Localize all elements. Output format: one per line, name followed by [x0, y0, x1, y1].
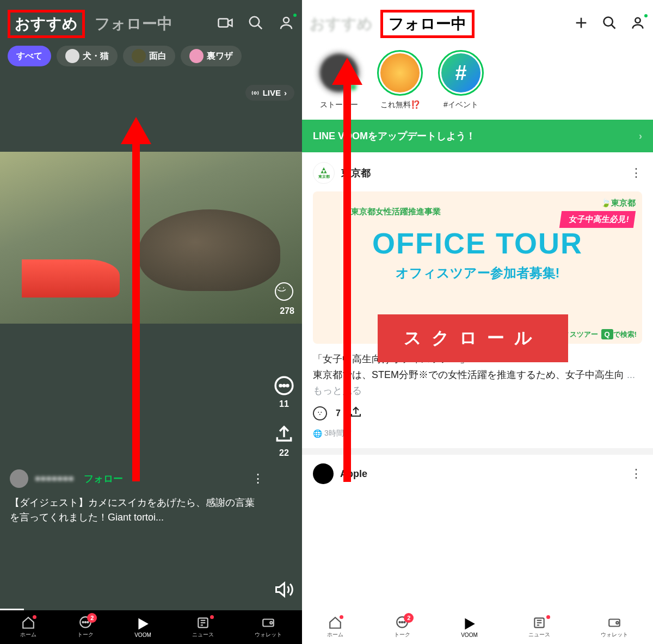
tab-recommended-right[interactable]: おすすめ: [310, 14, 373, 34]
svg-point-10: [83, 622, 84, 623]
annotation-arrow-right: [343, 58, 362, 482]
tab-wallet[interactable]: ウォレット: [255, 616, 282, 639]
annotation-arrow-left: [132, 117, 151, 481]
svg-point-27: [404, 622, 405, 623]
svg-point-21: [604, 17, 613, 26]
author-name[interactable]: ●●●●●●●: [35, 473, 74, 484]
reaction-smiley-icon[interactable]: [275, 282, 293, 301]
svg-point-18: [270, 622, 272, 624]
svg-line-22: [612, 25, 615, 29]
svg-point-12: [88, 622, 89, 623]
tokyo-avatar[interactable]: 東京都: [313, 162, 335, 184]
chip-dogs-cats[interactable]: 犬・猫: [57, 46, 118, 66]
tab-talk[interactable]: 2トーク: [77, 616, 94, 639]
post-more-icon[interactable]: ⋮: [252, 472, 264, 486]
svg-point-6: [280, 385, 281, 386]
annotation-scroll-label: スクロール: [378, 314, 568, 362]
bottom-tabbar-left: ホーム 2トーク VOOM ニュース ウォレット: [0, 610, 302, 644]
reaction-count: 278: [280, 306, 294, 316]
tab-talk-r[interactable]: 2トーク: [394, 616, 410, 639]
chip-funny[interactable]: 面白: [123, 46, 175, 66]
speaker-icon[interactable]: [274, 580, 293, 602]
chip-tips[interactable]: 裏ワザ: [181, 46, 242, 66]
svg-point-8: [287, 385, 288, 386]
search-icon-right[interactable]: [602, 15, 617, 33]
reaction-icon[interactable]: ∵: [313, 406, 327, 420]
tab-recommended[interactable]: おすすめ: [8, 10, 85, 38]
tab-news[interactable]: ニュース: [192, 616, 214, 639]
tab-voom-r[interactable]: VOOM: [461, 617, 478, 638]
tab-voom[interactable]: VOOM: [134, 617, 151, 638]
search-icon[interactable]: [248, 15, 264, 33]
follow-button[interactable]: フォロー: [84, 472, 123, 485]
chip-all[interactable]: すべて: [8, 46, 51, 66]
svg-point-4: [254, 92, 256, 94]
apple-more-icon[interactable]: ⋮: [630, 467, 642, 481]
svg-line-2: [258, 25, 262, 29]
svg-point-25: [399, 622, 401, 623]
svg-point-33: [616, 622, 618, 624]
svg-point-7: [283, 385, 285, 386]
video-caption: 【ダイジェスト】カメにスイカをあげたら、感謝の言葉を言ってくれました！Giant…: [0, 488, 302, 525]
bottom-tabbar-right: ホーム 2トーク VOOM ニュース ウォレット: [302, 610, 653, 644]
tab-wallet-r[interactable]: ウォレット: [601, 616, 628, 639]
top-tabs-left: おすすめ フォロー中: [0, 0, 302, 42]
top-tabs-right: おすすめ フォロー中: [302, 0, 653, 44]
svg-point-11: [85, 622, 86, 623]
profile-icon-right[interactable]: [630, 15, 645, 33]
card-brand: 🍃東京都: [601, 198, 636, 208]
reaction-count-right: 7: [336, 408, 341, 418]
tab-home[interactable]: ホーム: [20, 616, 36, 639]
apple-avatar[interactable]: [313, 463, 334, 484]
svg-point-26: [402, 622, 403, 623]
card-tag: 女子中高生必見!: [559, 211, 636, 228]
video-progress[interactable]: [0, 609, 24, 610]
action-column: 11 22: [274, 375, 294, 458]
post-more-icon-right[interactable]: ⋮: [630, 166, 642, 180]
comment-button[interactable]: 11: [274, 375, 294, 409]
story-item-2[interactable]: # #イベント: [438, 50, 484, 110]
profile-icon[interactable]: [278, 15, 294, 33]
svg-point-1: [250, 17, 260, 27]
story-item-1[interactable]: これ無料⁉️: [377, 50, 423, 110]
share-button[interactable]: 22: [274, 424, 294, 458]
live-badge[interactable]: LIVE›: [245, 85, 294, 101]
tab-following[interactable]: フォロー中: [95, 14, 173, 34]
tab-news-r[interactable]: ニュース: [528, 616, 550, 639]
author-avatar[interactable]: [10, 469, 28, 488]
camera-icon[interactable]: [217, 15, 233, 33]
svg-point-23: [635, 18, 640, 23]
tab-following-right[interactable]: フォロー中: [380, 10, 475, 38]
category-chips: すべて 犬・猫 面白 裏ワザ: [0, 42, 302, 72]
tab-home-r[interactable]: ホーム: [327, 616, 343, 639]
plus-icon[interactable]: [574, 15, 589, 33]
svg-point-3: [284, 17, 289, 23]
svg-rect-0: [219, 19, 229, 27]
left-screen: おすすめ フォロー中 すべて 犬・猫 面白 裏ワザ LIVE› 278 11 2…: [0, 0, 302, 644]
card-sub: 東京都女性活躍推進事業: [351, 207, 441, 217]
